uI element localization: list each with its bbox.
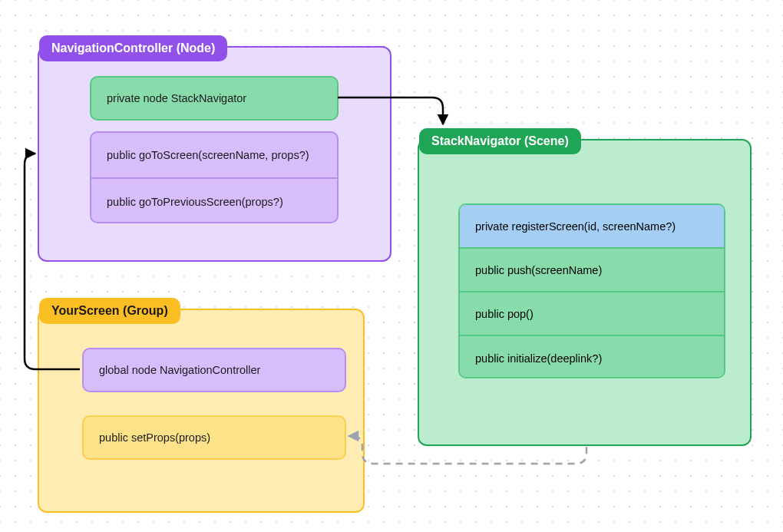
nav-member-stack-navigator: private node StackNavigator bbox=[90, 76, 339, 121]
stack-navigator-title: StackNavigator (Scene) bbox=[419, 128, 581, 154]
nav-member-methods: public goToScreen(screenName, props?) pu… bbox=[90, 131, 339, 223]
stack-navigator-node: StackNavigator (Scene) private registerS… bbox=[418, 139, 752, 446]
stack-member-methods: private registerScreen(id, screenName?) … bbox=[458, 203, 725, 378]
navigation-controller-node: NavigationController (Node) private node… bbox=[38, 46, 392, 262]
your-screen-title: YourScreen (Group) bbox=[39, 298, 180, 324]
stack-method-push: public push(screenName) bbox=[460, 249, 724, 292]
navigation-controller-title: NavigationController (Node) bbox=[39, 35, 227, 61]
nav-method-gotoscreen: public goToScreen(screenName, props?) bbox=[91, 133, 337, 179]
nav-method-gotoprev: public goToPreviousScreen(props?) bbox=[91, 179, 337, 223]
stack-method-pop: public pop() bbox=[460, 292, 724, 336]
your-member-setprops: public setProps(props) bbox=[82, 415, 346, 460]
your-screen-node: YourScreen (Group) global node Navigatio… bbox=[38, 309, 365, 513]
your-member-navigation-controller: global node NavigationController bbox=[82, 348, 346, 392]
stack-method-register: private registerScreen(id, screenName?) bbox=[460, 205, 724, 249]
stack-method-init: public initialize(deeplink?) bbox=[460, 336, 724, 378]
